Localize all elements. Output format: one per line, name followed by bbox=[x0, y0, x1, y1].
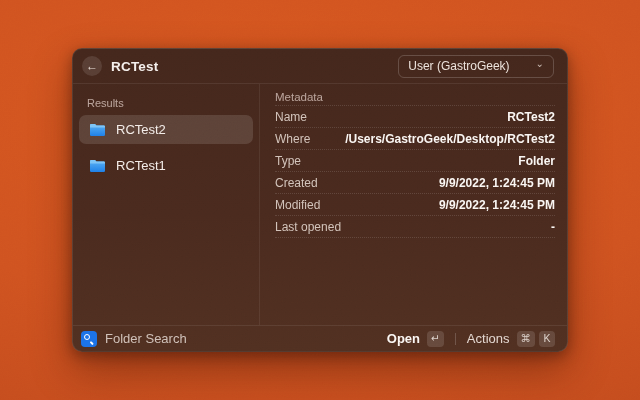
results-section-label: Results bbox=[79, 90, 253, 115]
back-button[interactable]: ← bbox=[82, 56, 102, 76]
metadata-label: Name bbox=[275, 110, 307, 124]
metadata-label: Where bbox=[275, 132, 310, 146]
actions-menu-button[interactable]: Actions ⌘ K bbox=[467, 331, 555, 347]
metadata-value: 9/9/2022, 1:24:45 PM bbox=[320, 198, 555, 212]
list-item-rctest1[interactable]: RCTest1 bbox=[79, 151, 253, 180]
footer-bar: Open ↵ Actions ⌘ K bbox=[73, 325, 567, 351]
page-title: RCTest bbox=[111, 59, 158, 74]
footer-separator bbox=[455, 333, 456, 345]
user-dropdown[interactable]: User (GastroGeek) ⌄ bbox=[398, 55, 554, 78]
metadata-value: - bbox=[341, 220, 555, 234]
metadata-row-last-opened: Last opened - bbox=[275, 216, 555, 238]
titlebar: ← RCTest User (GastroGeek) ⌄ bbox=[73, 49, 567, 84]
k-key-icon: K bbox=[539, 331, 555, 347]
metadata-row-type: Type Folder bbox=[275, 150, 555, 172]
list-item-label: RCTest1 bbox=[116, 158, 166, 173]
list-item-label: RCTest2 bbox=[116, 122, 166, 137]
metadata-value: RCTest2 bbox=[307, 110, 555, 124]
metadata-label: Modified bbox=[275, 198, 320, 212]
metadata-label: Type bbox=[275, 154, 301, 168]
open-action-label: Open bbox=[387, 331, 420, 346]
metadata-row-name: Name RCTest2 bbox=[275, 106, 555, 128]
metadata-header: Metadata bbox=[275, 89, 555, 106]
metadata-value: 9/9/2022, 1:24:45 PM bbox=[318, 176, 555, 190]
metadata-label: Created bbox=[275, 176, 318, 190]
enter-key-icon: ↵ bbox=[427, 331, 444, 347]
folder-icon bbox=[89, 123, 106, 137]
metadata-row-where: Where /Users/GastroGeek/Desktop/RCTest2 bbox=[275, 128, 555, 150]
metadata-label: Last opened bbox=[275, 220, 341, 234]
metadata-value: /Users/GastroGeek/Desktop/RCTest2 bbox=[310, 132, 555, 146]
main-area: Results RCTest2 bbox=[73, 84, 567, 325]
actions-menu-label: Actions bbox=[467, 331, 510, 346]
results-panel: Results RCTest2 bbox=[73, 84, 259, 325]
metadata-row-modified: Modified 9/9/2022, 1:24:45 PM bbox=[275, 194, 555, 216]
metadata-row-created: Created 9/9/2022, 1:24:45 PM bbox=[275, 172, 555, 194]
chevron-down-icon: ⌄ bbox=[536, 59, 544, 69]
user-dropdown-value: User (GastroGeek) bbox=[408, 59, 509, 73]
metadata-value: Folder bbox=[301, 154, 555, 168]
search-icon bbox=[81, 331, 97, 347]
open-action[interactable]: Open ↵ bbox=[387, 331, 444, 347]
metadata-panel: Metadata Name RCTest2 Where /Users/Gastr… bbox=[259, 84, 567, 325]
list-item-rctest2[interactable]: RCTest2 bbox=[79, 115, 253, 144]
file-search-window: ← RCTest User (GastroGeek) ⌄ Results bbox=[72, 48, 568, 352]
search-input[interactable] bbox=[105, 331, 387, 346]
arrow-left-icon: ← bbox=[86, 60, 98, 72]
command-key-icon: ⌘ bbox=[517, 331, 536, 347]
folder-icon bbox=[89, 159, 106, 173]
